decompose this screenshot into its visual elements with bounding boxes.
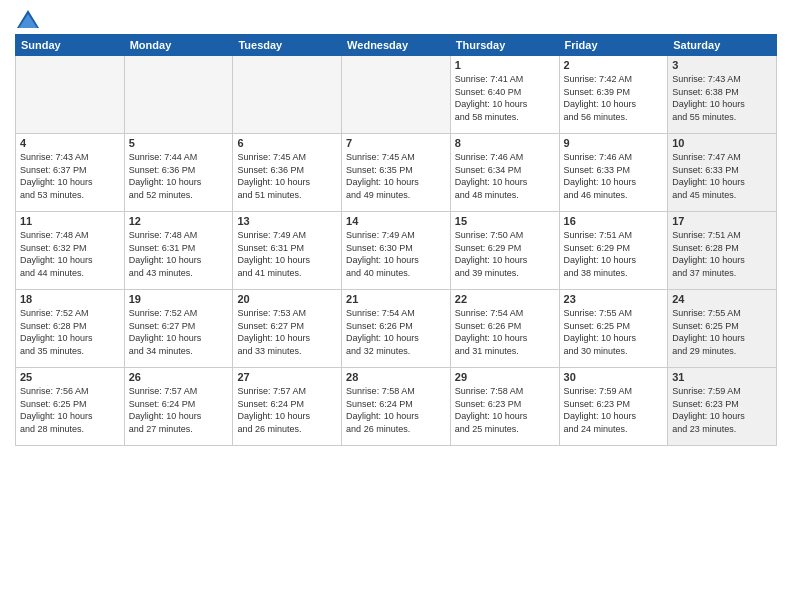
week-row-2: 4Sunrise: 7:43 AM Sunset: 6:37 PM Daylig… [16, 134, 777, 212]
day-number: 25 [20, 371, 120, 383]
day-number: 8 [455, 137, 555, 149]
day-info: Sunrise: 7:49 AM Sunset: 6:30 PM Dayligh… [346, 229, 446, 279]
day-number: 7 [346, 137, 446, 149]
day-info: Sunrise: 7:48 AM Sunset: 6:31 PM Dayligh… [129, 229, 229, 279]
day-number: 31 [672, 371, 772, 383]
calendar-cell: 21Sunrise: 7:54 AM Sunset: 6:26 PM Dayli… [342, 290, 451, 368]
day-info: Sunrise: 7:55 AM Sunset: 6:25 PM Dayligh… [564, 307, 664, 357]
calendar-cell [342, 56, 451, 134]
logo [15, 10, 39, 28]
day-info: Sunrise: 7:46 AM Sunset: 6:34 PM Dayligh… [455, 151, 555, 201]
calendar-cell: 24Sunrise: 7:55 AM Sunset: 6:25 PM Dayli… [668, 290, 777, 368]
day-number: 28 [346, 371, 446, 383]
day-number: 18 [20, 293, 120, 305]
calendar-cell: 3Sunrise: 7:43 AM Sunset: 6:38 PM Daylig… [668, 56, 777, 134]
day-info: Sunrise: 7:57 AM Sunset: 6:24 PM Dayligh… [237, 385, 337, 435]
day-number: 11 [20, 215, 120, 227]
day-number: 14 [346, 215, 446, 227]
day-info: Sunrise: 7:57 AM Sunset: 6:24 PM Dayligh… [129, 385, 229, 435]
day-number: 29 [455, 371, 555, 383]
day-info: Sunrise: 7:55 AM Sunset: 6:25 PM Dayligh… [672, 307, 772, 357]
calendar-cell: 12Sunrise: 7:48 AM Sunset: 6:31 PM Dayli… [124, 212, 233, 290]
calendar-cell: 13Sunrise: 7:49 AM Sunset: 6:31 PM Dayli… [233, 212, 342, 290]
calendar-cell: 22Sunrise: 7:54 AM Sunset: 6:26 PM Dayli… [450, 290, 559, 368]
day-number: 12 [129, 215, 229, 227]
calendar-cell: 15Sunrise: 7:50 AM Sunset: 6:29 PM Dayli… [450, 212, 559, 290]
calendar-header-row: SundayMondayTuesdayWednesdayThursdayFrid… [16, 35, 777, 56]
day-info: Sunrise: 7:41 AM Sunset: 6:40 PM Dayligh… [455, 73, 555, 123]
day-number: 3 [672, 59, 772, 71]
column-header-friday: Friday [559, 35, 668, 56]
day-info: Sunrise: 7:43 AM Sunset: 6:37 PM Dayligh… [20, 151, 120, 201]
calendar-cell: 14Sunrise: 7:49 AM Sunset: 6:30 PM Dayli… [342, 212, 451, 290]
calendar-cell [124, 56, 233, 134]
day-number: 9 [564, 137, 664, 149]
day-info: Sunrise: 7:46 AM Sunset: 6:33 PM Dayligh… [564, 151, 664, 201]
day-number: 20 [237, 293, 337, 305]
calendar-cell: 19Sunrise: 7:52 AM Sunset: 6:27 PM Dayli… [124, 290, 233, 368]
calendar-cell: 20Sunrise: 7:53 AM Sunset: 6:27 PM Dayli… [233, 290, 342, 368]
day-info: Sunrise: 7:56 AM Sunset: 6:25 PM Dayligh… [20, 385, 120, 435]
day-info: Sunrise: 7:52 AM Sunset: 6:27 PM Dayligh… [129, 307, 229, 357]
column-header-tuesday: Tuesday [233, 35, 342, 56]
day-info: Sunrise: 7:48 AM Sunset: 6:32 PM Dayligh… [20, 229, 120, 279]
calendar-cell: 11Sunrise: 7:48 AM Sunset: 6:32 PM Dayli… [16, 212, 125, 290]
calendar-cell: 27Sunrise: 7:57 AM Sunset: 6:24 PM Dayli… [233, 368, 342, 446]
day-info: Sunrise: 7:59 AM Sunset: 6:23 PM Dayligh… [672, 385, 772, 435]
calendar-cell: 18Sunrise: 7:52 AM Sunset: 6:28 PM Dayli… [16, 290, 125, 368]
day-info: Sunrise: 7:45 AM Sunset: 6:36 PM Dayligh… [237, 151, 337, 201]
calendar-cell: 4Sunrise: 7:43 AM Sunset: 6:37 PM Daylig… [16, 134, 125, 212]
day-info: Sunrise: 7:58 AM Sunset: 6:23 PM Dayligh… [455, 385, 555, 435]
day-number: 2 [564, 59, 664, 71]
week-row-3: 11Sunrise: 7:48 AM Sunset: 6:32 PM Dayli… [16, 212, 777, 290]
day-number: 27 [237, 371, 337, 383]
day-number: 23 [564, 293, 664, 305]
day-number: 15 [455, 215, 555, 227]
day-info: Sunrise: 7:51 AM Sunset: 6:29 PM Dayligh… [564, 229, 664, 279]
day-info: Sunrise: 7:50 AM Sunset: 6:29 PM Dayligh… [455, 229, 555, 279]
day-number: 16 [564, 215, 664, 227]
day-number: 6 [237, 137, 337, 149]
column-header-wednesday: Wednesday [342, 35, 451, 56]
calendar-cell: 31Sunrise: 7:59 AM Sunset: 6:23 PM Dayli… [668, 368, 777, 446]
day-number: 10 [672, 137, 772, 149]
calendar-cell: 26Sunrise: 7:57 AM Sunset: 6:24 PM Dayli… [124, 368, 233, 446]
calendar-cell: 29Sunrise: 7:58 AM Sunset: 6:23 PM Dayli… [450, 368, 559, 446]
day-info: Sunrise: 7:42 AM Sunset: 6:39 PM Dayligh… [564, 73, 664, 123]
calendar-cell: 28Sunrise: 7:58 AM Sunset: 6:24 PM Dayli… [342, 368, 451, 446]
day-info: Sunrise: 7:44 AM Sunset: 6:36 PM Dayligh… [129, 151, 229, 201]
day-number: 13 [237, 215, 337, 227]
day-number: 5 [129, 137, 229, 149]
day-info: Sunrise: 7:43 AM Sunset: 6:38 PM Dayligh… [672, 73, 772, 123]
day-number: 30 [564, 371, 664, 383]
day-number: 4 [20, 137, 120, 149]
day-info: Sunrise: 7:45 AM Sunset: 6:35 PM Dayligh… [346, 151, 446, 201]
day-info: Sunrise: 7:49 AM Sunset: 6:31 PM Dayligh… [237, 229, 337, 279]
column-header-saturday: Saturday [668, 35, 777, 56]
day-info: Sunrise: 7:51 AM Sunset: 6:28 PM Dayligh… [672, 229, 772, 279]
calendar-cell: 6Sunrise: 7:45 AM Sunset: 6:36 PM Daylig… [233, 134, 342, 212]
calendar-cell: 30Sunrise: 7:59 AM Sunset: 6:23 PM Dayli… [559, 368, 668, 446]
day-info: Sunrise: 7:54 AM Sunset: 6:26 PM Dayligh… [346, 307, 446, 357]
calendar-cell: 17Sunrise: 7:51 AM Sunset: 6:28 PM Dayli… [668, 212, 777, 290]
day-number: 21 [346, 293, 446, 305]
week-row-4: 18Sunrise: 7:52 AM Sunset: 6:28 PM Dayli… [16, 290, 777, 368]
calendar-cell: 5Sunrise: 7:44 AM Sunset: 6:36 PM Daylig… [124, 134, 233, 212]
calendar-cell: 7Sunrise: 7:45 AM Sunset: 6:35 PM Daylig… [342, 134, 451, 212]
day-number: 17 [672, 215, 772, 227]
day-info: Sunrise: 7:54 AM Sunset: 6:26 PM Dayligh… [455, 307, 555, 357]
calendar-cell [233, 56, 342, 134]
calendar-cell: 10Sunrise: 7:47 AM Sunset: 6:33 PM Dayli… [668, 134, 777, 212]
calendar-cell: 9Sunrise: 7:46 AM Sunset: 6:33 PM Daylig… [559, 134, 668, 212]
day-info: Sunrise: 7:59 AM Sunset: 6:23 PM Dayligh… [564, 385, 664, 435]
day-number: 22 [455, 293, 555, 305]
day-info: Sunrise: 7:47 AM Sunset: 6:33 PM Dayligh… [672, 151, 772, 201]
day-number: 26 [129, 371, 229, 383]
page: SundayMondayTuesdayWednesdayThursdayFrid… [0, 0, 792, 612]
day-info: Sunrise: 7:53 AM Sunset: 6:27 PM Dayligh… [237, 307, 337, 357]
calendar-cell: 25Sunrise: 7:56 AM Sunset: 6:25 PM Dayli… [16, 368, 125, 446]
week-row-1: 1Sunrise: 7:41 AM Sunset: 6:40 PM Daylig… [16, 56, 777, 134]
day-info: Sunrise: 7:58 AM Sunset: 6:24 PM Dayligh… [346, 385, 446, 435]
calendar-cell: 8Sunrise: 7:46 AM Sunset: 6:34 PM Daylig… [450, 134, 559, 212]
header [15, 10, 777, 28]
